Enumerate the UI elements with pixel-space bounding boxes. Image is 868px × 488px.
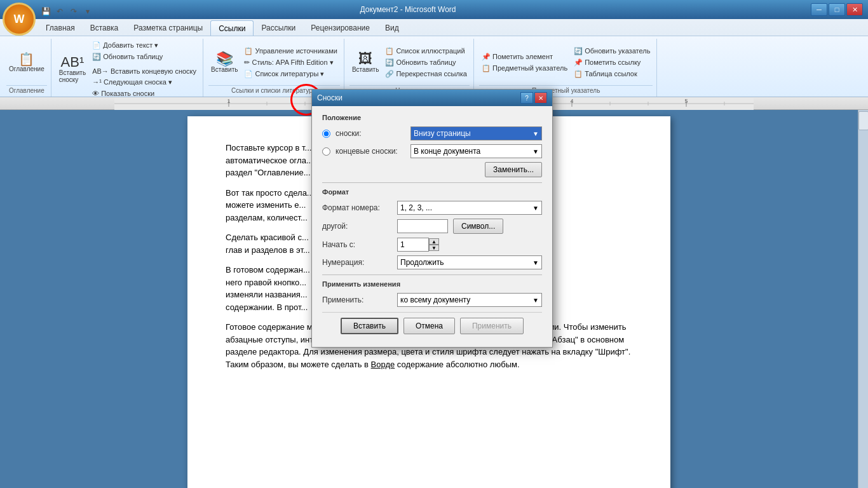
insert-footnote-label: Вставитьсноску — [59, 69, 86, 83]
divider-2 — [322, 274, 542, 275]
undo-quick-btn[interactable]: ↶ — [53, 5, 66, 18]
tab-view[interactable]: Вид — [377, 20, 407, 36]
endnotes-select-value: В конце документа — [414, 147, 480, 156]
cross-ref-btn[interactable]: 🔗 Перекрестная ссылка — [383, 69, 470, 79]
replace-button[interactable]: Заменить... — [485, 162, 542, 177]
position-section-label: Положение — [322, 114, 542, 121]
index-buttons: 📌 Пометить элемент 📋 Предметный указател… — [479, 40, 653, 85]
number-format-row: Формат номера: 1, 2, 3, ... ▼ — [322, 201, 542, 215]
minimize-button[interactable]: ─ — [811, 3, 827, 16]
quick-access-toolbar: 💾 ↶ ↷ ▾ — [39, 5, 94, 18]
group-captions: 🖼 Вставить 📋 Список иллюстраций 🔄 Обнови… — [346, 39, 474, 97]
bibliography-btn[interactable]: 📄 Список литературы ▾ — [241, 69, 340, 79]
toc-label: Оглавление — [9, 65, 44, 72]
spin-up-button[interactable]: ▲ — [429, 238, 439, 245]
dialog-titlebar: Сноски ? ✕ — [312, 90, 552, 106]
titlebar-title: Документ2 - Microsoft Word — [5, 5, 811, 14]
number-format-value: 1, 2, 3, ... — [400, 203, 432, 212]
insert-footnote-button[interactable]: AB¹ Вставитьсноску — [57, 54, 88, 85]
mark-citation-btn[interactable]: 📌 Пометить ссылку — [571, 57, 653, 68]
insert-endnote-btn[interactable]: AB→ Вставить концевую сноску — [90, 66, 199, 76]
apply-select[interactable]: ко всему документу ▼ — [397, 293, 542, 307]
footnotes-buttons: AB¹ Вставитьсноску 📄 Добавить текст ▾ 🔄 … — [57, 40, 199, 98]
footnotes-row: сноски: Внизу страницы ▼ — [322, 126, 542, 140]
dialog-close-button[interactable]: ✕ — [534, 92, 547, 104]
cancel-button[interactable]: Отмена — [403, 318, 455, 334]
svg-text:4: 4 — [570, 98, 573, 104]
group-index: 📌 Пометить элемент 📋 Предметный указател… — [475, 39, 657, 97]
dialog-title: Сноски — [317, 93, 342, 102]
endnotes-radio[interactable] — [322, 147, 330, 156]
number-format-select[interactable]: 1, 2, 3, ... ▼ — [397, 201, 542, 215]
footnotes-select-arrow: ▼ — [532, 130, 539, 137]
add-text-btn[interactable]: 📄 Добавить текст ▾ — [90, 40, 199, 51]
group-toc: 📋 Оглавление Оглавление — [3, 39, 51, 97]
subject-index-btn[interactable]: 📋 Предметный указатель — [479, 63, 570, 74]
endnotes-select-arrow: ▼ — [532, 148, 539, 155]
captions-buttons: 🖼 Вставить 📋 Список иллюстраций 🔄 Обнови… — [349, 40, 470, 85]
tab-mailings[interactable]: Рассылки — [254, 20, 303, 36]
insert-citation-button[interactable]: 📚 Вставить — [208, 51, 240, 74]
style-btn[interactable]: ✏ Стиль: APA Fifth Edition ▾ — [241, 57, 340, 68]
tab-home[interactable]: Главная — [38, 20, 83, 36]
tab-layout[interactable]: Разметка страницы — [126, 20, 210, 36]
numbering-row: Нумерация: Продолжить ▼ — [322, 255, 542, 269]
maximize-button[interactable]: □ — [829, 3, 845, 16]
spin-down-button[interactable]: ▼ — [429, 245, 439, 251]
svg-text:5: 5 — [684, 98, 688, 104]
tab-review[interactable]: Рецензирование — [303, 20, 377, 36]
footnotes-select[interactable]: Внизу страницы ▼ — [410, 126, 542, 140]
toc-icon: 📋 — [18, 53, 34, 65]
tab-references[interactable]: Ссылки — [210, 20, 254, 36]
update-table2-btn[interactable]: 🔄 Обновить таблицу — [383, 57, 470, 68]
update-index-btn[interactable]: 🔄 Обновить указатель — [571, 46, 653, 57]
captions-col: 📋 Список иллюстраций 🔄 Обновить таблицу … — [383, 46, 470, 79]
vertical-scrollbar[interactable] — [858, 110, 868, 488]
symbol-button[interactable]: Символ... — [453, 219, 503, 234]
group-toc-label: Оглавление — [6, 85, 47, 95]
apply-arrow: ▼ — [532, 297, 539, 304]
numbering-label: Нумерация: — [322, 258, 392, 267]
numbering-arrow: ▼ — [532, 259, 539, 266]
number-format-label: Формат номера: — [322, 203, 392, 212]
footnotes-radio[interactable] — [322, 130, 330, 138]
apply-button[interactable]: Применить — [460, 318, 524, 334]
redo-quick-btn[interactable]: ↷ — [67, 5, 80, 18]
footnotes-label: сноски: — [336, 129, 405, 138]
apply-value: ко всему документу — [400, 295, 470, 304]
footnotes-dialog[interactable]: Сноски ? ✕ Положение сноски: Внизу стран… — [311, 89, 553, 348]
other-label: другой: — [322, 222, 392, 231]
endnotes-label: концевые сноски: — [336, 147, 405, 156]
office-button[interactable]: W — [3, 3, 36, 36]
insert-caption-button[interactable]: 🖼 Вставить — [349, 51, 381, 74]
mark-entry-btn[interactable]: 📌 Пометить элемент — [479, 51, 570, 62]
insert-button[interactable]: Вставить — [341, 318, 398, 334]
start-input[interactable] — [397, 238, 429, 252]
endnotes-select[interactable]: В конце документа ▼ — [410, 144, 542, 158]
qa-dropdown-btn[interactable]: ▾ — [81, 5, 94, 18]
office-logo: W — [14, 13, 25, 26]
dialog-help-button[interactable]: ? — [520, 92, 533, 104]
close-button[interactable]: ✕ — [846, 3, 863, 16]
numbering-value: Продолжить — [400, 258, 444, 267]
footnotes-select-value: Внизу страницы — [414, 129, 471, 138]
other-input[interactable] — [397, 219, 448, 233]
apply-section-label: Применить изменения — [322, 280, 542, 288]
apply-label: Применить: — [322, 295, 392, 304]
next-footnote-btn[interactable]: →¹ Следующая сноска ▾ — [90, 77, 199, 88]
update-table-btn[interactable]: 🔄 Обновить таблицу — [90, 51, 199, 62]
toc-button[interactable]: 📋 Оглавление — [6, 51, 47, 74]
index-col: 📌 Пометить элемент 📋 Предметный указател… — [479, 51, 570, 74]
insert-caption-label: Вставить — [352, 66, 379, 73]
dialog-body: Положение сноски: Внизу страницы ▼ конце… — [312, 106, 552, 347]
other-row: другой: Символ... — [322, 219, 542, 234]
table-authority-btn[interactable]: 📋 Таблица ссылок — [571, 69, 653, 79]
toc-buttons: 📋 Оглавление — [6, 40, 47, 85]
list-figures-btn[interactable]: 📋 Список иллюстраций — [383, 46, 470, 57]
tab-insert[interactable]: Вставка — [83, 20, 126, 36]
manage-sources-btn[interactable]: 📋 Управление источниками — [241, 46, 340, 57]
save-quick-btn[interactable]: 💾 — [39, 5, 52, 18]
dialog-footer: Вставить Отмена Применить — [322, 312, 542, 339]
numbering-select[interactable]: Продолжить ▼ — [397, 255, 542, 269]
footnote-icon: AB¹ — [61, 55, 85, 69]
